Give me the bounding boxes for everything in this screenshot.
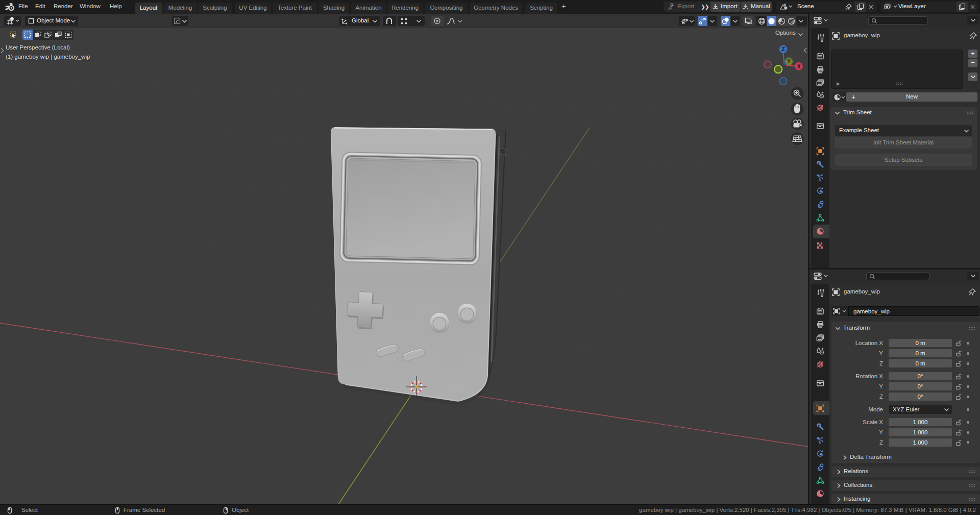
svg-text:X: X [797,64,801,69]
svg-text:Y: Y [787,59,791,64]
svg-text:Z: Z [781,46,785,52]
